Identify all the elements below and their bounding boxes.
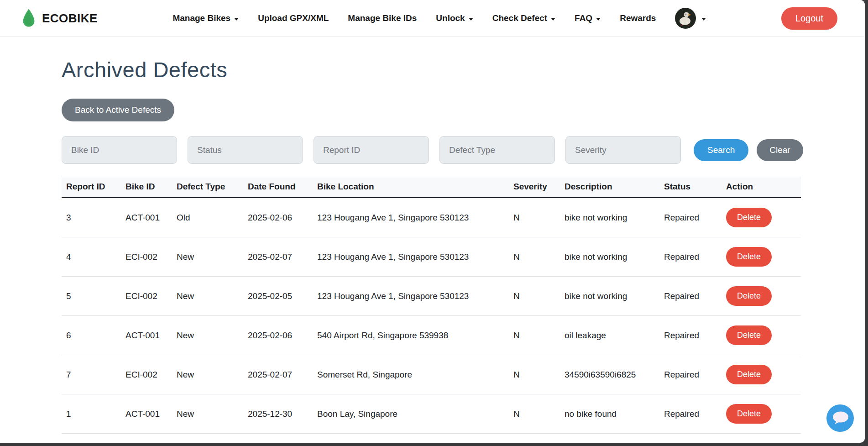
search-button[interactable]: Search [694,139,748,161]
cell-bike-location: Somerset Rd, Singapore [313,355,509,394]
filter-bar: Search Clear [62,136,801,164]
nav-item-manage-bikes[interactable]: Manage Bikes [173,13,239,23]
nav-item-rewards[interactable]: Rewards [620,13,656,23]
nav-item-faq[interactable]: FAQ [575,13,601,23]
status-badge: Repaired [659,198,722,237]
cell-action: Delete [722,316,801,355]
table-row: 4ECI-002New2025-02-07123 Hougang Ave 1, … [62,237,801,277]
archived-defects-table: Report IDBike IDDefect TypeDate FoundBik… [62,176,801,434]
chat-bubble-icon [826,404,854,432]
nav-item-check-defect[interactable]: Check Defect [492,13,555,23]
chevron-down-icon [551,18,555,21]
cell-report-id: 7 [62,355,121,394]
cell-action: Delete [722,355,801,394]
cell-description: no bike found [560,394,659,434]
delete-button[interactable]: Delete [726,208,772,227]
status-badge: Repaired [659,316,722,355]
main-content: Archived Defects Back to Active Defects … [62,57,801,434]
cell-defect-type: Old [172,198,243,237]
table-body: 3ACT-001Old2025-02-06123 Hougang Ave 1, … [62,198,801,434]
cell-action: Delete [722,277,801,316]
cell-date-found: 2025-02-06 [243,198,313,237]
cell-bike-id: ECI-002 [121,355,172,394]
column-header-date-found: Date Found [243,176,313,198]
delete-button[interactable]: Delete [726,404,772,424]
bike-id-filter-input[interactable] [62,136,177,164]
cell-bike-id: ECI-002 [121,277,172,316]
user-avatar [675,8,696,29]
nav-menu: Manage BikesUpload GPX/XMLManage Bike ID… [173,8,706,29]
cell-report-id: 1 [62,394,121,434]
cell-date-found: 2025-02-06 [243,316,313,355]
cell-date-found: 2025-02-05 [243,277,313,316]
cell-severity: N [509,355,560,394]
user-menu[interactable] [675,8,706,29]
cell-report-id: 6 [62,316,121,355]
cell-defect-type: New [172,355,243,394]
table-row: 3ACT-001Old2025-02-06123 Hougang Ave 1, … [62,198,801,237]
nav-item-manage-bike-ids[interactable]: Manage Bike IDs [348,13,417,23]
cell-bike-location: Boon Lay, Singapore [313,394,509,434]
report-id-filter-input[interactable] [314,136,429,164]
severity-filter-input[interactable] [565,136,681,164]
cell-report-id: 5 [62,277,121,316]
column-header-defect-type: Defect Type [172,176,243,198]
table-row: 5ECI-002New2025-02-05123 Hougang Ave 1, … [62,277,801,316]
back-to-active-defects-button[interactable]: Back to Active Defects [62,99,174,121]
delete-button[interactable]: Delete [726,247,772,267]
cell-severity: N [509,198,560,237]
logout-button[interactable]: Logout [781,7,837,30]
cell-date-found: 2025-02-07 [243,237,313,277]
nav-item-label: Upload GPX/XML [258,13,329,23]
status-badge: Repaired [659,237,722,277]
cell-action: Delete [722,237,801,277]
nav-item-upload-gpx-xml[interactable]: Upload GPX/XML [258,13,329,23]
cell-report-id: 4 [62,237,121,277]
cell-severity: N [509,316,560,355]
cell-defect-type: New [172,316,243,355]
cell-bike-location: 123 Hougang Ave 1, Singapore 530123 [313,237,509,277]
table-header-row: Report IDBike IDDefect TypeDate FoundBik… [62,176,801,198]
cell-bike-location: 540 Airport Rd, Singapore 539938 [313,316,509,355]
defect-type-filter-input[interactable] [439,136,555,164]
delete-button[interactable]: Delete [726,325,772,345]
chat-widget-button[interactable] [826,404,854,432]
cell-bike-id: ACT-001 [121,316,172,355]
droplet-logo-icon [21,8,37,28]
cell-description: 34590i63590i6825 [560,355,659,394]
cell-severity: N [509,237,560,277]
chevron-down-icon [596,18,601,21]
cell-action: Delete [722,394,801,434]
cell-date-found: 2025-02-07 [243,355,313,394]
nav-items: Manage BikesUpload GPX/XMLManage Bike ID… [173,13,656,23]
cell-action: Delete [722,198,801,237]
table-row: 6ACT-001New2025-02-06540 Airport Rd, Sin… [62,316,801,355]
delete-button[interactable]: Delete [726,365,772,384]
brand-logo[interactable]: ECOBIKE [21,8,98,28]
chevron-down-icon [469,18,473,21]
nav-item-label: Unlock [436,13,465,23]
nav-item-label: Manage Bike IDs [348,13,417,23]
cell-description: oil leakage [560,316,659,355]
status-badge: Repaired [659,277,722,316]
cell-defect-type: New [172,394,243,434]
status-badge: Repaired [659,394,722,434]
column-header-status: Status [659,176,722,198]
clear-button[interactable]: Clear [757,139,803,161]
delete-button[interactable]: Delete [726,286,772,306]
nav-item-label: Check Defect [492,13,547,23]
chevron-down-icon [234,18,239,21]
nav-item-label: FAQ [575,13,592,23]
cell-description: bike not working [560,237,659,277]
cell-severity: N [509,394,560,434]
column-header-action: Action [722,176,801,198]
cell-description: bike not working [560,277,659,316]
cell-bike-location: 123 Hougang Ave 1, Singapore 530123 [313,277,509,316]
cell-bike-location: 123 Hougang Ave 1, Singapore 530123 [313,198,509,237]
cell-date-found: 2025-12-30 [243,394,313,434]
nav-item-unlock[interactable]: Unlock [436,13,473,23]
nav-item-label: Rewards [620,13,656,23]
table-row: 7ECI-002New2025-02-07Somerset Rd, Singap… [62,355,801,394]
status-filter-input[interactable] [188,136,303,164]
chevron-down-icon [701,18,706,21]
